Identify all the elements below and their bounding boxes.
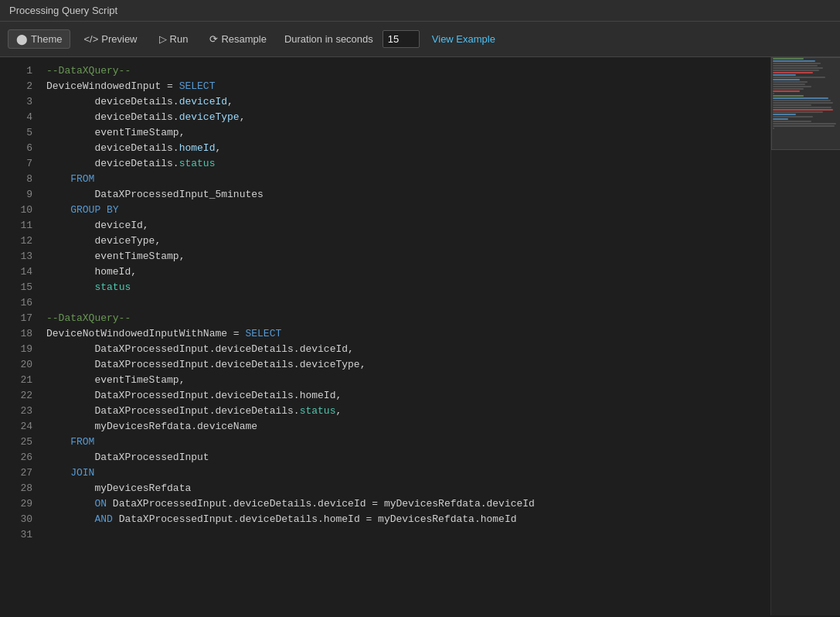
line-number: 13 (6, 249, 32, 264)
line-number: 10 (6, 203, 32, 218)
toolbar: ⬤ Theme </> Preview ▷ Run ⟳ Resample Dur… (0, 22, 840, 57)
run-label: Run (170, 33, 189, 45)
code-line: status (46, 280, 770, 295)
code-area[interactable]: 1234567891011121314151617181920212223242… (0, 57, 770, 615)
code-line: JOIN (46, 465, 770, 481)
line-number: 31 (6, 527, 32, 543)
line-number: 7 (6, 156, 32, 172)
preview-button[interactable]: </> Preview (75, 29, 145, 49)
resample-label: Resample (221, 33, 267, 45)
code-line: deviceDetails.deviceId, (46, 94, 770, 110)
code-line: DataXProcessedInput.deviceDetails.device… (46, 342, 770, 357)
line-number: 15 (6, 280, 32, 295)
code-line: FROM (46, 172, 770, 187)
line-number: 19 (6, 342, 32, 357)
code-line: deviceDetails.deviceType, (46, 110, 770, 125)
resample-button[interactable]: ⟳ Resample (201, 29, 275, 49)
code-line: AND DataXProcessedInput.deviceDetails.ho… (46, 512, 770, 527)
line-number: 12 (6, 234, 32, 249)
preview-icon: </> (83, 33, 98, 45)
theme-label: Theme (31, 33, 62, 45)
line-numbers: 1234567891011121314151617181920212223242… (0, 57, 37, 615)
code-line: DeviceWindowedInput = SELECT (46, 79, 770, 94)
minimap-line (773, 58, 804, 60)
code-line: deviceId, (46, 218, 770, 234)
line-number: 2 (6, 79, 32, 94)
theme-button[interactable]: ⬤ Theme (8, 29, 70, 49)
code-line: deviceDetails.homeId, (46, 141, 770, 156)
line-number: 16 (6, 295, 32, 311)
minimap-canvas (771, 57, 840, 615)
duration-label: Duration in seconds (284, 33, 373, 45)
minimap (770, 57, 840, 615)
title-text: Processing Query Script (9, 5, 117, 16)
line-number: 4 (6, 110, 32, 125)
code-line: --DataXQuery-- (46, 63, 770, 79)
line-number: 11 (6, 218, 32, 234)
code-line: homeId, (46, 264, 770, 280)
code-line: DataXProcessedInput.deviceDetails.homeId… (46, 388, 770, 404)
line-number: 5 (6, 125, 32, 141)
theme-icon: ⬤ (16, 33, 28, 45)
code-line: deviceType, (46, 234, 770, 249)
code-line: myDevicesRefdata.deviceName (46, 419, 770, 435)
minimap-line (773, 118, 788, 120)
minimap-line (773, 74, 796, 76)
code-line: --DataXQuery-- (46, 311, 770, 326)
line-number: 23 (6, 404, 32, 419)
line-number: 14 (6, 264, 32, 280)
line-number: 18 (6, 326, 32, 342)
run-icon: ▷ (159, 33, 167, 45)
line-number: 17 (6, 311, 32, 326)
code-line: DataXProcessedInput_5minutes (46, 187, 770, 203)
line-number: 24 (6, 419, 32, 435)
line-number: 28 (6, 481, 32, 496)
resample-icon: ⟳ (209, 33, 218, 45)
preview-label: Preview (101, 33, 137, 45)
view-example-link[interactable]: View Example (432, 33, 495, 45)
code-line: DeviceNotWindowedInputWithName = SELECT (46, 326, 770, 342)
code-line: deviceDetails.status (46, 156, 770, 172)
line-number: 3 (6, 94, 32, 110)
editor-container: 1234567891011121314151617181920212223242… (0, 57, 840, 615)
line-number: 20 (6, 357, 32, 373)
line-number: 27 (6, 465, 32, 481)
line-number: 6 (6, 141, 32, 156)
code-line: DataXProcessedInput.deviceDetails.device… (46, 357, 770, 373)
code-line: eventTimeStamp, (46, 249, 770, 264)
minimap-viewport[interactable] (771, 57, 840, 150)
code-line: DataXProcessedInput.deviceDetails.status… (46, 404, 770, 419)
line-number: 8 (6, 172, 32, 187)
minimap-line (773, 79, 800, 80)
minimap-line (773, 60, 815, 62)
code-line: FROM (46, 435, 770, 450)
duration-input[interactable] (383, 30, 420, 48)
line-number: 9 (6, 187, 32, 203)
line-number: 25 (6, 435, 32, 450)
run-button[interactable]: ▷ Run (151, 29, 197, 49)
code-line: ON DataXProcessedInput.deviceDetails.dev… (46, 496, 770, 512)
code-line (46, 527, 770, 543)
title-bar: Processing Query Script (0, 0, 840, 22)
minimap-line (773, 72, 813, 73)
line-number: 1 (6, 63, 32, 79)
minimap-line (773, 95, 804, 97)
minimap-line (773, 90, 800, 92)
code-line: eventTimeStamp, (46, 373, 770, 388)
line-number: 29 (6, 496, 32, 512)
code-line (46, 295, 770, 311)
line-number: 22 (6, 388, 32, 404)
line-number: 21 (6, 373, 32, 388)
code-line: eventTimeStamp, (46, 125, 770, 141)
code-line: GROUP BY (46, 203, 770, 218)
minimap-line (773, 114, 796, 115)
line-number: 30 (6, 512, 32, 527)
line-number: 26 (6, 450, 32, 465)
minimap-line (773, 97, 828, 99)
code-line: myDevicesRefdata (46, 481, 770, 496)
minimap-line (773, 109, 833, 111)
code-content[interactable]: --DataXQuery--DeviceWindowedInput = SELE… (37, 57, 770, 615)
main-editor: 1234567891011121314151617181920212223242… (0, 57, 770, 615)
code-line: DataXProcessedInput (46, 450, 770, 465)
